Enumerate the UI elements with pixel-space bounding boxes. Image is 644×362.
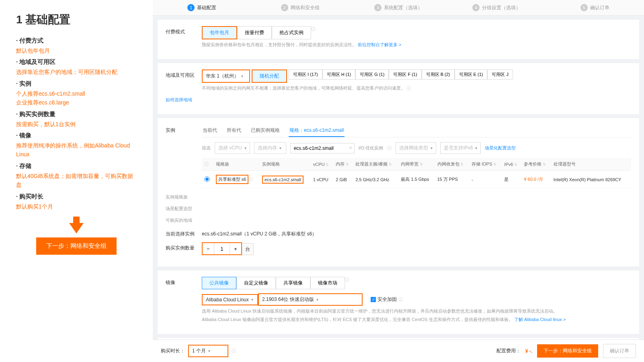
- os-version-select[interactable]: 2.1903 64位 快速启动版: [258, 293, 363, 306]
- wizard-step[interactable]: 1基础配置: [153, 0, 251, 15]
- payment-hint-link[interactable]: 前往控制台了解更多 >: [358, 42, 401, 47]
- footer-confirm-button[interactable]: 确认订单: [603, 344, 636, 358]
- info-icon: ⓘ: [345, 277, 349, 289]
- image-tab-shared[interactable]: 共享镜像: [276, 277, 310, 289]
- qty-unit: 台: [242, 243, 254, 255]
- table-header[interactable]: 处理器主频/睿频 ⇅: [353, 158, 398, 171]
- filter-memory-select[interactable]: 选择内存: [254, 142, 286, 154]
- cost-label: 配置费用：: [496, 348, 521, 354]
- cost-value: ¥ -.: [525, 348, 532, 354]
- sidebar-heading: 存储: [16, 162, 137, 170]
- scene-config-link[interactable]: 场景化配置选型: [485, 145, 516, 151]
- payment-spot[interactable]: 抢占式实例: [272, 26, 311, 39]
- security-checkbox[interactable]: [371, 297, 376, 302]
- sidebar-heading: 购买时长: [16, 193, 137, 200]
- wizard-steps: 1基础配置2网络和安全组3系统配置（选填）4分组设置（选填）5确认订单: [153, 0, 644, 16]
- table-header: ⓘ: [202, 158, 213, 171]
- filter-network-select[interactable]: 选择网络类型: [396, 142, 436, 154]
- sidebar-desc: 推荐使用纯净的操作系统，例如Alibaba Cloud Linux: [16, 141, 137, 159]
- zone-button[interactable]: 可用区 G (1): [355, 70, 389, 80]
- image-desc1: 选用 Alibaba Cloud Linux 快速启动版系统镜像，内核版本目前由…: [202, 308, 631, 314]
- instance-search-input[interactable]: [290, 143, 355, 153]
- table-header[interactable]: 参考价格 ⇅: [521, 158, 551, 171]
- table-header[interactable]: IPv6 ⇅: [502, 158, 521, 171]
- region-hint: 不同地域的实例之间内网互不相通；选择靠近您客户的地域，可降低网络时延、提高您客户…: [202, 85, 631, 91]
- instance-tab[interactable]: 已购实例规格: [250, 125, 281, 137]
- sidebar-desc: 默认40GiB系统盘；如需增加容量，可购买数据盘: [16, 172, 137, 190]
- sidebar-desc: 按需购买，默认1台实例: [16, 120, 137, 129]
- filter-label: 筛选: [202, 145, 211, 151]
- info-icon[interactable]: ⓘ: [311, 26, 316, 39]
- sidebar-heading: 购买实例数量: [16, 110, 137, 118]
- table-header[interactable]: vCPU ⇅: [311, 158, 333, 171]
- qty-plus-button[interactable]: +: [230, 243, 241, 254]
- table-header[interactable]: 内网带宽 ⇅: [398, 158, 435, 171]
- qty-input[interactable]: [214, 243, 230, 254]
- sidebar-next-button[interactable]: 下一步：网络和安全组: [36, 237, 117, 255]
- instance-tab[interactable]: 当前代: [202, 125, 218, 137]
- sidebar-heading: 付费方式: [16, 37, 137, 45]
- zone-button[interactable]: 可用区 J: [487, 70, 513, 80]
- footer-next-button[interactable]: 下一步：网络和安全组: [537, 344, 598, 358]
- zone-button[interactable]: 可用区 F (1): [389, 70, 421, 80]
- arrow-down-icon: [69, 223, 84, 233]
- footer-bar: 购买时长： 1 个月 ⓘ 配置费用： ¥ -. 下一步：网络和安全组 确认订单: [153, 340, 644, 362]
- duration-label: 购买时长：: [161, 348, 185, 354]
- current-instance-label: 当前选择实例: [166, 228, 202, 237]
- filter-vcpu-select[interactable]: 选择 vCPU: [215, 142, 250, 154]
- duration-select[interactable]: 1 个月: [188, 345, 228, 357]
- sidebar-desc: 个人推荐ecs.s6-c1m2.small企业推荐ecs.c6.large: [16, 89, 137, 107]
- sidebar-desc: 选择靠近您客户的地域；可用区随机分配: [16, 67, 137, 76]
- region-help-link[interactable]: 如何选择地域: [166, 96, 202, 103]
- search-icon[interactable]: ⌕: [349, 145, 352, 149]
- main-panel: 1基础配置2网络和安全组3系统配置（选填）4分组设置（选填）5确认订单 付费模式…: [153, 0, 644, 362]
- instance-radio[interactable]: [204, 176, 210, 182]
- image-learn-more-link[interactable]: 了解 Alibaba Cloud linux >: [514, 317, 566, 322]
- zone-button[interactable]: 可用区 H (1): [322, 70, 356, 80]
- instance-label: 实例: [166, 125, 202, 134]
- instance-tab[interactable]: 所有代: [226, 125, 242, 137]
- zone-button[interactable]: 可用区 B (2): [422, 70, 455, 80]
- sidebar-title: 1 基础配置: [16, 12, 137, 27]
- wizard-step[interactable]: 2网络和安全组: [251, 0, 349, 15]
- payment-hint: 预留实例券价格和包年包月相近，支持部分预付，同时提供更好的实例灵活性。 前往控制…: [202, 42, 631, 48]
- instance-tab[interactable]: 规格：ecs.s6-c1m2.small: [289, 125, 345, 137]
- image-tab-custom[interactable]: 自定义镜像: [236, 277, 276, 289]
- table-header[interactable]: 内存 ⇅: [333, 158, 353, 171]
- wizard-step[interactable]: 3系统配置（选填）: [349, 0, 447, 15]
- region-label: 地域及可用区: [166, 70, 202, 79]
- image-tab-public[interactable]: 公共镜像: [202, 277, 236, 289]
- image-tab-market[interactable]: 镜像市场: [310, 277, 345, 289]
- os-select[interactable]: Alibaba Cloud Linux: [202, 294, 258, 305]
- qty-label: 购买实例数量: [166, 242, 202, 252]
- table-header: 实例规格: [260, 158, 311, 171]
- instance-family-sublabel: 实例规格族: [166, 193, 202, 200]
- io-optimized-label: I/O 优化实例: [359, 145, 384, 151]
- table-header: 规格族: [213, 158, 260, 171]
- zone-button[interactable]: 可用区 E (1): [455, 70, 488, 80]
- security-label: 安全加固: [377, 296, 397, 303]
- sidebar-heading: 实例: [16, 80, 137, 88]
- table-header: 处理器型号: [551, 158, 631, 171]
- instance-table-row[interactable]: 共享标准型 s6ⓘ ecs.s6-c1m2.small 1 vCPU 2 GiB…: [202, 171, 631, 188]
- sidebar-desc: 默认包年包月: [16, 46, 137, 55]
- table-header[interactable]: 内网收发包 ⇅: [435, 158, 469, 171]
- tutorial-sidebar: 1 基础配置 付费方式默认包年包月地域及可用区选择靠近您客户的地域；可用区随机分…: [0, 0, 153, 362]
- current-instance-value: ecs.s6-c1m2.small（1 vCPU 2 GiB，共享标准型 s6）: [202, 228, 631, 237]
- payment-mode-label: 付费模式: [166, 26, 202, 35]
- region-select[interactable]: 华东 1（杭州）: [202, 70, 250, 83]
- instance-table: ⓘ规格族实例规格vCPU ⇅内存 ⇅处理器主频/睿频 ⇅内网带宽 ⇅内网收发包 …: [202, 158, 631, 188]
- sidebar-heading: 地域及可用区: [16, 58, 137, 66]
- payment-pay-as-you-go[interactable]: 按量付费: [237, 26, 272, 39]
- wizard-step[interactable]: 4分组设置（选填）: [447, 0, 546, 15]
- sidebar-heading: 镜像: [16, 132, 137, 139]
- image-label: 镜像: [166, 277, 202, 286]
- wizard-step[interactable]: 5确认订单: [546, 0, 644, 15]
- zone-button[interactable]: 可用区 I (17): [289, 70, 322, 80]
- filter-ipv6-select[interactable]: 是否支持IPv6: [440, 142, 481, 154]
- image-desc2: Alibaba Cloud Linux 镜像由阿里云官方提供长期支持和维护(LT…: [202, 317, 631, 323]
- qty-minus-button[interactable]: −: [203, 243, 214, 254]
- table-header[interactable]: 存储 IOPS ⇅: [469, 158, 502, 171]
- zone-random-button[interactable]: 随机分配: [252, 70, 287, 83]
- payment-yearly-monthly[interactable]: 包年包月: [202, 26, 237, 39]
